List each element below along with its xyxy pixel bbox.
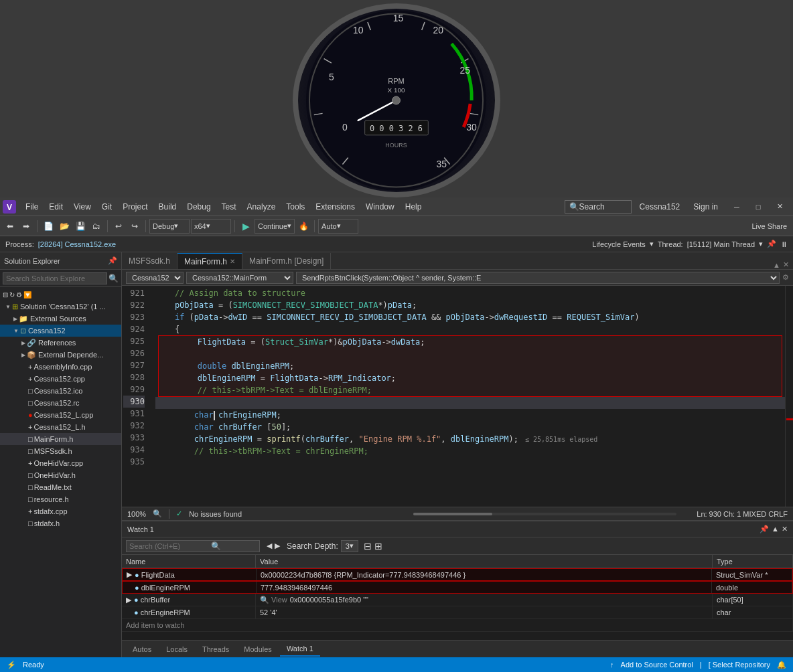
- sidebar-item-stdafxcpp[interactable]: + stdafx.cpp: [0, 505, 121, 517]
- redo-button[interactable]: ↪: [127, 219, 142, 234]
- watch-row-chrbuffer[interactable]: ▶ ● chrBuffer 🔍 View 0x00000055a15fe9b0 …: [122, 594, 793, 606]
- tab-msfssdk[interactable]: MSFSsdk.h: [122, 253, 177, 269]
- undo-button[interactable]: ↩: [111, 219, 126, 234]
- menu-build[interactable]: Build: [153, 199, 182, 214]
- sidebar-item-onehidvarh[interactable]: □ OneHidVar.h: [0, 469, 121, 481]
- sidebar-item-external-sources[interactable]: ▶ 📁 External Sources: [0, 313, 121, 325]
- menu-window[interactable]: Window: [360, 199, 400, 214]
- expand-editor-icon[interactable]: ▲: [773, 261, 780, 269]
- continue-button[interactable]: ▶: [238, 219, 253, 234]
- watch-icon-1[interactable]: ⊟: [364, 541, 372, 552]
- save-all-button[interactable]: 🗂: [89, 219, 104, 234]
- sidebar-item-readme[interactable]: □ ReadMe.txt: [0, 481, 121, 493]
- menu-file[interactable]: File: [20, 199, 44, 214]
- bottom-tab-locals[interactable]: Locals: [159, 642, 194, 657]
- watch-close-icon[interactable]: ✕: [782, 525, 788, 533]
- live-share-button[interactable]: Live Share: [748, 219, 790, 234]
- menu-git[interactable]: Git: [96, 199, 117, 214]
- menu-debug[interactable]: Debug: [182, 199, 216, 214]
- watch-type-chrenginerpm: char: [713, 606, 793, 618]
- nav-dropdown[interactable]: SendRptsBtnClick(System::Object ^ sender…: [296, 272, 780, 284]
- bottom-tab-watch1[interactable]: Watch 1: [280, 642, 320, 657]
- depth-label: Search Depth:: [287, 541, 338, 551]
- menu-edit[interactable]: Edit: [44, 199, 68, 214]
- close-editor-icon[interactable]: ✕: [783, 260, 789, 269]
- sidebar-item-cessna152rc[interactable]: □ Cessna152.rc: [0, 397, 121, 409]
- filter-icon[interactable]: 🔽: [23, 291, 31, 299]
- sign-in-button[interactable]: Sign in: [688, 199, 723, 214]
- maximize-button[interactable]: □: [747, 197, 769, 216]
- sidebar-item-cessna152cpp[interactable]: + Cessna152.cpp: [0, 373, 121, 385]
- editor-scrollbar[interactable]: [785, 286, 793, 507]
- menu-extensions[interactable]: Extensions: [310, 199, 360, 214]
- tab-close-mainform[interactable]: ✕: [230, 258, 235, 265]
- save-button[interactable]: 💾: [73, 219, 88, 234]
- sidebar-item-onehidvarcpp[interactable]: + OneHidVar.cpp: [0, 457, 121, 469]
- sidebar-item-msfssdk[interactable]: □ MSFSsdk.h: [0, 445, 121, 457]
- hot-reload-button[interactable]: 🔥: [296, 219, 311, 234]
- sidebar-item-cessna152lh[interactable]: + Cessna152_L.h: [0, 421, 121, 433]
- watch-expand-icon[interactable]: ▲: [772, 525, 779, 533]
- collapse-all-icon[interactable]: ⊟: [3, 291, 8, 299]
- watch-pin-icon[interactable]: 📌: [760, 525, 769, 533]
- class-dropdown[interactable]: Cessna152: [126, 272, 184, 284]
- menu-view[interactable]: View: [68, 199, 96, 214]
- back-button[interactable]: ⬅: [3, 219, 17, 234]
- menu-analyze[interactable]: Analyze: [242, 199, 281, 214]
- sidebar-item-resourceh[interactable]: □ resource.h: [0, 493, 121, 505]
- menu-help[interactable]: Help: [400, 199, 427, 214]
- minimize-button[interactable]: ─: [726, 197, 747, 216]
- watch-toolbar: 🔍 ◀ ▶ Search Depth: 3 ▾ ⊟ ⊞: [122, 537, 793, 555]
- menu-test[interactable]: Test: [216, 199, 242, 214]
- sidebar-item-cessna152ico[interactable]: □ Cessna152.ico: [0, 385, 121, 397]
- sidebar-item-cessna152lcpp[interactable]: ● Cessna152_L.cpp: [0, 409, 121, 421]
- debug-config-dropdown[interactable]: Debug ▾: [149, 219, 190, 234]
- sidebar-item-references[interactable]: ▶ 🔗 References: [0, 337, 121, 349]
- bottom-tab-autos[interactable]: Autos: [126, 642, 158, 657]
- close-button[interactable]: ✕: [769, 197, 790, 216]
- tab-mainform[interactable]: MainForm.h ✕: [177, 253, 242, 269]
- sidebar-item-mainformh[interactable]: □ MainForm.h: [0, 433, 121, 445]
- watch-row-chrenginerpm[interactable]: ▶ ● chrEngineRPM 52 '4' char: [122, 606, 793, 619]
- sidebar-item-external-deps[interactable]: ▶ 📦 External Depende...: [0, 349, 121, 361]
- expand-row-icon-3[interactable]: ▶: [126, 596, 131, 604]
- sidebar-search-bar[interactable]: 🔍: [0, 270, 121, 287]
- platform-dropdown[interactable]: x64 ▾: [191, 219, 231, 234]
- menu-project[interactable]: Project: [117, 199, 153, 214]
- open-button[interactable]: 📂: [57, 219, 72, 234]
- menu-title: Cessna152: [634, 199, 686, 214]
- method-dropdown[interactable]: Cessna152::MainForm: [186, 272, 293, 284]
- bottom-tab-threads[interactable]: Threads: [196, 642, 236, 657]
- code-content[interactable]: // Assign data to structure pObjData = (…: [149, 286, 785, 507]
- auto-dropdown[interactable]: Auto ▾: [318, 219, 358, 234]
- watch-row-flightdata[interactable]: ▶ ● FlightData 0x00002234d7b867f8 {RPM_I…: [122, 568, 793, 581]
- menu-tools[interactable]: Tools: [281, 199, 310, 214]
- sidebar-item-assemblyinfo[interactable]: + AssemblyInfo.cpp: [0, 361, 121, 373]
- new-file-button[interactable]: 📄: [41, 219, 56, 234]
- forward-button[interactable]: ➡: [19, 219, 33, 234]
- sidebar-search-input[interactable]: [3, 272, 107, 284]
- expand-row-icon[interactable]: ▶: [127, 570, 132, 579]
- sidebar-item-cessna152[interactable]: ▼ ⊡ Cessna152: [0, 325, 121, 337]
- refresh-icon[interactable]: ↻: [9, 291, 15, 299]
- depth-dropdown[interactable]: 3 ▾: [341, 540, 358, 552]
- watch-icon-2[interactable]: ⊞: [374, 541, 382, 552]
- continue-dropdown[interactable]: Continue ▾: [255, 219, 295, 234]
- watch-add-item-row[interactable]: Add item to watch: [122, 619, 793, 632]
- watch-search-input[interactable]: [129, 542, 210, 550]
- repo-button[interactable]: [ Select Repository: [709, 661, 770, 669]
- sidebar-item-stdafxh[interactable]: □ stdafx.h: [0, 517, 121, 529]
- code-editor[interactable]: 921 922 923 924 925 926 927 928 929 930 …: [122, 286, 793, 507]
- pin-icon[interactable]: 📌: [108, 256, 117, 265]
- watch-search-box[interactable]: 🔍: [126, 540, 260, 552]
- settings-icon[interactable]: ⚙: [782, 273, 789, 282]
- settings-icon[interactable]: ⚙: [16, 291, 22, 299]
- bottom-tab-modules[interactable]: Modules: [237, 642, 279, 657]
- search-menu-box[interactable]: 🔍 Search: [565, 200, 632, 214]
- source-control-button[interactable]: Add to Source Control: [621, 661, 693, 669]
- sidebar-item-solution[interactable]: ▼ ⊞ Solution 'Cessna152' (1 ...: [0, 301, 121, 313]
- view-icon[interactable]: 🔍 View: [260, 596, 287, 604]
- line-numbers: 921 922 923 924 925 926 927 928 929 930 …: [122, 286, 149, 507]
- watch-row-dblenginerpm[interactable]: ▶ ● dblEngineRPM 777.94839468497446 doub…: [122, 581, 793, 594]
- tab-mainform-design[interactable]: MainForm.h [Design]: [242, 253, 331, 269]
